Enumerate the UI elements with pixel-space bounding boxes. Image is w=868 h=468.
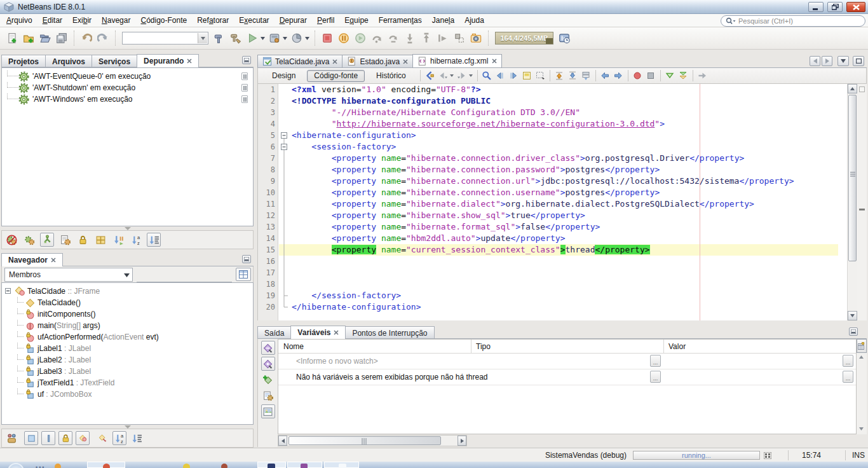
column-header-valor[interactable]: Valor — [663, 340, 841, 353]
show-inherited-button[interactable] — [4, 431, 18, 445]
step-over-expression-button[interactable] — [385, 30, 402, 46]
move-down-button[interactable] — [566, 69, 580, 83]
duplicate-down-button[interactable] — [580, 69, 593, 83]
menu-equipe[interactable]: Equipe — [339, 14, 373, 27]
toggle-highlight-button[interactable] — [520, 69, 534, 83]
scroll-tabs-left-button[interactable] — [810, 56, 820, 66]
menu-navegar[interactable]: Navegar — [97, 14, 135, 27]
close-icon[interactable] — [403, 59, 408, 64]
menu-ferramentas[interactable]: Ferramentas — [374, 14, 427, 27]
search-box[interactable]: Pesquisar (Ctrl+I) — [721, 15, 865, 27]
pause-button[interactable] — [336, 30, 352, 46]
editor-tab-estado-java[interactable]: Estado.java — [342, 55, 413, 68]
show-evaluation-result-button[interactable] — [261, 357, 275, 371]
new-project-button[interactable] — [20, 30, 37, 46]
move-up-button[interactable] — [553, 69, 566, 83]
show-fields-button[interactable] — [24, 431, 38, 445]
close-icon[interactable] — [332, 59, 337, 64]
run-to-cursor-button[interactable] — [435, 30, 451, 46]
menu-perfil[interactable]: Perfil — [312, 14, 339, 27]
start-macro-button[interactable] — [631, 69, 644, 83]
table-vertical-scrollbar[interactable] — [857, 353, 867, 434]
step-into-button[interactable] — [402, 30, 418, 46]
last-edit-position-button[interactable] — [423, 69, 437, 83]
debug-view-button[interactable] — [40, 233, 54, 247]
process-list-icon[interactable] — [764, 452, 771, 459]
restore-button[interactable] — [827, 2, 843, 12]
table-row[interactable]: <Informe o novo watch>...... — [278, 354, 856, 369]
edit-value-button[interactable]: ... — [843, 355, 853, 367]
back-button[interactable] — [437, 69, 450, 83]
scroll-up-icon[interactable] — [859, 355, 864, 359]
scroll-down-icon[interactable] — [859, 427, 864, 430]
tab-arquivos[interactable]: Arquivos — [45, 55, 92, 67]
column-header-nome[interactable]: Nome — [278, 340, 471, 353]
continue-button[interactable] — [352, 30, 369, 46]
expander-icon[interactable] — [5, 288, 11, 294]
show-inner-classes-button[interactable] — [76, 431, 90, 445]
sort-by-source-button[interactable] — [147, 233, 161, 247]
scroll-up-button[interactable] — [848, 84, 857, 93]
view-button-design[interactable]: Design — [266, 70, 302, 82]
sort-alphabetically-button[interactable]: az — [112, 431, 126, 445]
editor-tab-hibernate-cfg-xml[interactable]: hibernate.cfg.xml — [412, 54, 501, 68]
find-previous-button[interactable] — [494, 69, 507, 83]
taskbar-button[interactable] — [324, 462, 359, 468]
finish-debugger-button[interactable] — [319, 30, 336, 46]
tab-projetos[interactable]: Projetos — [1, 55, 46, 67]
edit-type-button[interactable]: ... — [650, 371, 661, 383]
build-project-button[interactable] — [211, 30, 227, 46]
scroll-right-button[interactable] — [458, 436, 466, 446]
menu-editar[interactable]: Editar — [37, 14, 67, 27]
navigator-item[interactable]: jLabel3 : JLabel — [2, 366, 253, 377]
menu-c-digo-fonte[interactable]: Código-Fonte — [135, 14, 192, 27]
bottom-panel-minimize-button[interactable] — [849, 327, 858, 336]
column-header-tipo[interactable]: Tipo — [471, 340, 663, 353]
navigator-item[interactable]: initComponents() — [2, 308, 253, 320]
scrollbar-thumb[interactable] — [848, 95, 857, 261]
redo-button[interactable] — [95, 30, 111, 46]
variable-formatters-button[interactable] — [261, 389, 275, 403]
memory-indicator[interactable]: 164,4/245,5MB — [495, 32, 553, 45]
save-all-button[interactable] — [53, 30, 70, 46]
new-watch-button[interactable] — [261, 373, 275, 387]
sort-by-source-button[interactable] — [130, 431, 144, 445]
show-watches-button[interactable] — [261, 341, 275, 355]
thread-pause-icon[interactable] — [241, 72, 248, 80]
close-icon[interactable] — [187, 59, 192, 64]
editor-tab-telacidade-java[interactable]: TelaCidade.java — [257, 55, 342, 68]
bottom-horizontal-scrollbar[interactable] — [278, 435, 467, 446]
menu-refatorar[interactable]: Refatorar — [192, 14, 234, 27]
navigator-item[interactable]: TelaCidade() — [2, 297, 253, 308]
debug-project-button[interactable] — [266, 30, 283, 46]
thread-pause-icon[interactable] — [241, 84, 248, 92]
deactivate-debugger-button[interactable] — [4, 233, 18, 247]
new-file-button[interactable] — [4, 30, 20, 46]
menu-depurar[interactable]: Depurar — [275, 14, 312, 27]
find-selection-button[interactable] — [480, 69, 494, 83]
comment-button[interactable] — [677, 69, 690, 83]
dropdown-arrow-icon[interactable] — [469, 68, 475, 83]
navigator-item[interactable]: jLabel1 : JLabel — [2, 343, 253, 354]
session-settings-button[interactable] — [58, 233, 72, 247]
clean-build-button[interactable] — [227, 30, 244, 46]
new-debug-session-button[interactable] — [22, 233, 36, 247]
thread-row[interactable]: 'AWT-EventQueue-0' em execução — [2, 71, 253, 82]
show-picture-button[interactable] — [261, 404, 275, 418]
taskbar-button[interactable] — [257, 462, 286, 468]
scroll-left-button[interactable] — [278, 436, 287, 446]
tab-pontos-de-interrup-o[interactable]: Pontos de Interrupção — [345, 326, 434, 339]
tab-vari-veis[interactable]: Variáveis — [290, 326, 346, 339]
edit-filter-button[interactable] — [95, 431, 109, 445]
navigator-item[interactable]: jLabel2 : JLabel — [2, 354, 253, 366]
take-gui-snapshot-button[interactable] — [468, 30, 484, 46]
sort-alphabetically-button[interactable]: az — [129, 233, 143, 247]
shift-right-button[interactable] — [612, 69, 625, 83]
edit-value-button[interactable]: ... — [843, 371, 853, 383]
show-statics-button[interactable] — [41, 431, 55, 445]
view-button-c-digo-fonte[interactable]: Código-fonte — [307, 70, 365, 82]
dropdown-arrow-icon[interactable] — [305, 31, 311, 46]
forward-button[interactable] — [456, 69, 469, 83]
navigator-filter-combo[interactable]: Membros — [4, 268, 133, 282]
find-next-button[interactable] — [507, 69, 520, 83]
